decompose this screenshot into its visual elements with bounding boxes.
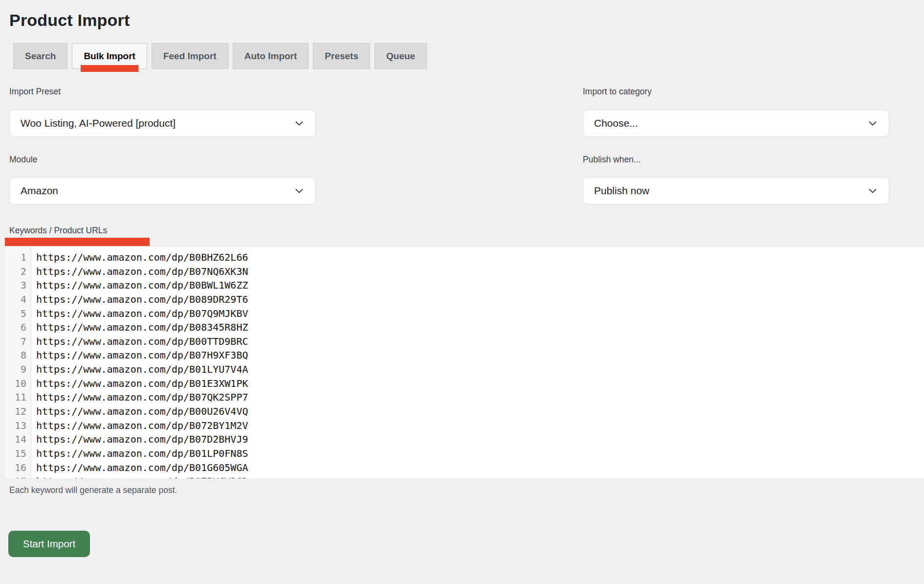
tab-bar: SearchBulk ImportFeed ImportAuto ImportP… bbox=[13, 43, 427, 69]
tab-search[interactable]: Search bbox=[13, 43, 67, 69]
line-number: 15 bbox=[5, 447, 31, 461]
line-number: 1 bbox=[5, 250, 31, 265]
chevron-down-icon bbox=[294, 185, 305, 196]
line-text: https://www.amazon.com/dp/B0BHZ62L66 bbox=[31, 250, 248, 265]
editor-line: 2https://www.amazon.com/dp/B07NQ6XK3N bbox=[5, 265, 924, 279]
editor-line: 1https://www.amazon.com/dp/B0BHZ62L66 bbox=[5, 250, 924, 265]
line-text: https://www.amazon.com/dp/B072BY1M2V bbox=[31, 419, 248, 433]
line-text: https://www.amazon.com/dp/B07BVCW26D bbox=[31, 474, 248, 478]
publish-when-select[interactable]: Publish now bbox=[583, 177, 889, 204]
line-number: 8 bbox=[5, 348, 31, 362]
active-tab-underline bbox=[81, 65, 138, 72]
tab-label: Bulk Import bbox=[84, 51, 135, 62]
editor-line: 3https://www.amazon.com/dp/B0BWL1W6ZZ bbox=[5, 278, 924, 292]
keywords-editor[interactable]: 1https://www.amazon.com/dp/B0BHZ62L662ht… bbox=[5, 247, 924, 478]
tab-queue[interactable]: Queue bbox=[374, 43, 427, 69]
tab-label: Queue bbox=[386, 51, 415, 62]
editor-line: 10https://www.amazon.com/dp/B01E3XW1PK bbox=[5, 377, 924, 391]
line-text: https://www.amazon.com/dp/B07H9XF3BQ bbox=[31, 348, 248, 362]
editor-line: 14https://www.amazon.com/dp/B07D2BHVJ9 bbox=[5, 432, 924, 447]
module-label: Module bbox=[9, 155, 37, 165]
editor-line: 7https://www.amazon.com/dp/B00TTD9BRC bbox=[5, 335, 924, 349]
line-number: 12 bbox=[5, 404, 31, 419]
module-value: Amazon bbox=[21, 185, 294, 197]
line-text: https://www.amazon.com/dp/B0BWL1W6ZZ bbox=[31, 278, 248, 292]
editor-line: 11https://www.amazon.com/dp/B07QK2SPP7 bbox=[5, 390, 924, 404]
line-number: 6 bbox=[5, 320, 31, 335]
editor-line: 4https://www.amazon.com/dp/B089DR29T6 bbox=[5, 292, 924, 307]
tab-label: Search bbox=[25, 51, 56, 62]
editor-line: 17https://www.amazon.com/dp/B07BVCW26D bbox=[5, 474, 924, 478]
line-number: 9 bbox=[5, 362, 31, 377]
tab-auto-import[interactable]: Auto Import bbox=[233, 43, 309, 69]
line-text: https://www.amazon.com/dp/B07Q9MJKBV bbox=[31, 307, 248, 321]
module-select[interactable]: Amazon bbox=[9, 177, 316, 204]
line-number: 2 bbox=[5, 265, 31, 279]
line-number: 17 bbox=[5, 474, 31, 478]
import-preset-label: Import Preset bbox=[9, 87, 61, 97]
line-number: 14 bbox=[5, 432, 31, 447]
line-number: 16 bbox=[5, 461, 31, 475]
line-text: https://www.amazon.com/dp/B00TTD9BRC bbox=[31, 335, 248, 349]
editor-line: 6https://www.amazon.com/dp/B08345R8HZ bbox=[5, 320, 924, 335]
line-number: 10 bbox=[5, 377, 31, 391]
line-number: 7 bbox=[5, 335, 31, 349]
line-text: https://www.amazon.com/dp/B01LP0FN8S bbox=[31, 447, 248, 461]
import-to-category-label: Import to category bbox=[583, 87, 652, 97]
editor-line: 12https://www.amazon.com/dp/B00U26V4VQ bbox=[5, 404, 924, 419]
line-text: https://www.amazon.com/dp/B07D2BHVJ9 bbox=[31, 432, 248, 447]
keywords-red-underline bbox=[5, 238, 150, 246]
line-text: https://www.amazon.com/dp/B089DR29T6 bbox=[31, 292, 248, 307]
line-text: https://www.amazon.com/dp/B01E3XW1PK bbox=[31, 377, 248, 391]
line-text: https://www.amazon.com/dp/B01G605WGA bbox=[31, 461, 248, 475]
help-text: Each keyword will generate a separate po… bbox=[9, 485, 177, 495]
line-number: 11 bbox=[5, 390, 31, 404]
editor-line: 13https://www.amazon.com/dp/B072BY1M2V bbox=[5, 419, 924, 433]
line-number: 3 bbox=[5, 278, 31, 292]
start-import-button[interactable]: Start Import bbox=[8, 531, 90, 557]
editor-line: 8https://www.amazon.com/dp/B07H9XF3BQ bbox=[5, 348, 924, 362]
line-number: 5 bbox=[5, 307, 31, 321]
editor-line: 15https://www.amazon.com/dp/B01LP0FN8S bbox=[5, 447, 924, 461]
tab-presets[interactable]: Presets bbox=[313, 43, 370, 69]
line-text: https://www.amazon.com/dp/B08345R8HZ bbox=[31, 320, 248, 335]
editor-line: 16https://www.amazon.com/dp/B01G605WGA bbox=[5, 461, 924, 475]
line-number: 4 bbox=[5, 292, 31, 307]
import-to-category-select[interactable]: Choose... bbox=[583, 110, 889, 137]
chevron-down-icon bbox=[294, 118, 305, 129]
chevron-down-icon bbox=[867, 118, 878, 129]
tab-bulk-import[interactable]: Bulk Import bbox=[72, 43, 147, 69]
line-text: https://www.amazon.com/dp/B01LYU7V4A bbox=[31, 362, 248, 377]
editor-line: 5https://www.amazon.com/dp/B07Q9MJKBV bbox=[5, 307, 924, 321]
import-to-category-value: Choose... bbox=[594, 117, 867, 129]
keywords-label: Keywords / Product URLs bbox=[9, 225, 107, 236]
line-number: 13 bbox=[5, 419, 31, 433]
import-preset-value: Woo Listing, AI-Powered [product] bbox=[21, 117, 294, 129]
line-text: https://www.amazon.com/dp/B07NQ6XK3N bbox=[31, 265, 248, 279]
chevron-down-icon bbox=[867, 185, 878, 196]
page-title: Product Import bbox=[9, 11, 130, 30]
tab-feed-import[interactable]: Feed Import bbox=[152, 43, 228, 69]
line-text: https://www.amazon.com/dp/B07QK2SPP7 bbox=[31, 390, 248, 404]
editor-line: 9https://www.amazon.com/dp/B01LYU7V4A bbox=[5, 362, 924, 377]
tab-label: Presets bbox=[325, 51, 358, 62]
tab-label: Auto Import bbox=[244, 51, 297, 62]
publish-when-label: Publish when... bbox=[583, 155, 641, 165]
line-text: https://www.amazon.com/dp/B00U26V4VQ bbox=[31, 404, 248, 419]
bulk-import-page: Product Import SearchBulk ImportFeed Imp… bbox=[0, 0, 924, 584]
publish-when-value: Publish now bbox=[594, 185, 867, 197]
import-preset-select[interactable]: Woo Listing, AI-Powered [product] bbox=[9, 110, 316, 137]
tab-label: Feed Import bbox=[163, 51, 217, 62]
